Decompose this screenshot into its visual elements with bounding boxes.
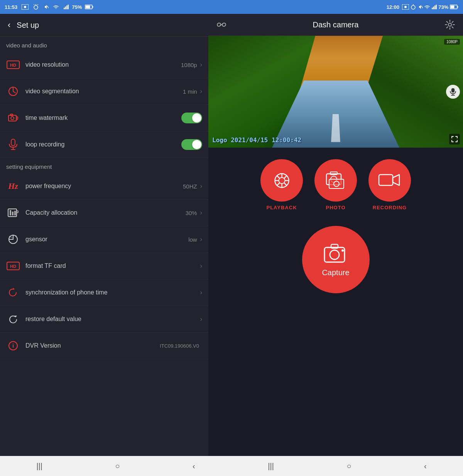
action-buttons: PLAYBACK PHOTO — [208, 148, 463, 218]
bottom-nav-left: ||| ○ ‹ — [0, 456, 231, 476]
recording-button[interactable]: RECORDING — [368, 159, 411, 210]
hz-icon: Hz — [6, 179, 20, 193]
back-button[interactable]: ‹ — [8, 20, 10, 30]
fullscreen-button[interactable] — [449, 134, 460, 145]
svg-rect-7 — [64, 8, 65, 9]
camera-preview: 1080P Logo 2021/04/15 12:00:42 — [208, 36, 463, 148]
chevron-icon: › — [200, 236, 202, 243]
svg-rect-19 — [432, 8, 433, 9]
loop-recording-label: loop recording — [25, 141, 181, 148]
svg-line-64 — [277, 183, 280, 185]
setting-sync-time[interactable]: synchronization of phone time › — [0, 279, 208, 306]
chevron-icon: › — [200, 289, 202, 296]
svg-point-1 — [24, 6, 26, 8]
svg-rect-8 — [65, 7, 66, 9]
format-tf-label: format TF card — [25, 262, 200, 269]
format-tf-icon: HD — [6, 259, 20, 273]
gsensor-label: gsensor — [25, 236, 188, 243]
svg-rect-70 — [379, 175, 393, 185]
link-icon[interactable] — [216, 19, 227, 30]
setting-video-segmentation[interactable]: video segmentation 1 min › — [0, 78, 208, 105]
nav-back-right[interactable]: ‹ — [416, 459, 434, 474]
svg-point-15 — [404, 6, 407, 8]
playback-button[interactable]: PLAYBACK — [260, 159, 303, 210]
capacity-icon — [6, 206, 20, 220]
setting-video-resolution[interactable]: HD video resolution 1080p › — [0, 52, 208, 78]
svg-line-6 — [47, 6, 49, 8]
main-content: ‹ Set up video and audio HD video resolu… — [0, 14, 463, 456]
setup-title: Set up — [17, 21, 39, 30]
setting-gsensor[interactable]: gsensor low › — [0, 226, 208, 253]
camera-waves-icon — [6, 111, 20, 125]
mic-button[interactable] — [446, 85, 460, 99]
gsensor-value: low — [188, 236, 197, 243]
svg-rect-50 — [221, 22, 226, 27]
settings-icon[interactable] — [444, 19, 455, 30]
time-watermark-label: time watermark — [25, 114, 181, 121]
chevron-icon: › — [200, 209, 202, 216]
timestamp-overlay: Logo 2021/04/15 12:00:42 — [212, 136, 301, 144]
svg-point-32 — [11, 117, 14, 120]
svg-rect-9 — [66, 5, 68, 9]
setting-format-tf[interactable]: HD format TF card › — [0, 253, 208, 279]
photo-circle — [314, 159, 357, 202]
recording-circle — [368, 159, 411, 202]
nav-back-left[interactable]: ‹ — [185, 459, 203, 474]
right-header: Dash camera — [208, 14, 463, 36]
photo-label: PHOTO — [326, 205, 346, 210]
status-bar-right: Dash camera 12:00 73% — [231, 0, 463, 14]
svg-rect-41 — [17, 211, 18, 213]
resolution-badge: 1080P — [444, 39, 460, 45]
power-frequency-label: power frequency — [25, 183, 183, 190]
recording-label: RECORDING — [373, 205, 407, 210]
capture-section: Capture — [208, 218, 463, 301]
svg-line-5 — [37, 4, 38, 5]
road-scene: 1080P Logo 2021/04/15 12:00:42 — [208, 36, 463, 148]
dvr-version-value: ITC09.190606.V0 — [160, 343, 199, 349]
playback-circle — [260, 159, 303, 202]
svg-rect-21 — [434, 5, 436, 9]
svg-rect-39 — [12, 212, 14, 215]
loop-recording-toggle[interactable] — [181, 139, 202, 150]
photo-button[interactable]: PHOTO — [314, 159, 357, 210]
svg-rect-22 — [436, 5, 437, 9]
nav-menu-left[interactable]: ||| — [29, 459, 50, 474]
svg-text:i: i — [12, 343, 14, 349]
svg-line-30 — [13, 91, 15, 93]
restore-default-label: restore default value — [25, 316, 200, 323]
svg-rect-24 — [458, 6, 458, 8]
video-segmentation-value: 1 min — [183, 88, 197, 95]
video-segmentation-label: video segmentation — [25, 88, 183, 95]
time-watermark-toggle[interactable] — [181, 113, 202, 123]
chevron-icon: › — [200, 61, 202, 68]
svg-point-16 — [411, 5, 415, 9]
dvr-version-label: DVR Version — [25, 342, 160, 349]
svg-rect-31 — [8, 115, 16, 121]
sync-icon — [6, 286, 20, 299]
setting-loop-recording[interactable]: loop recording — [0, 131, 208, 158]
svg-text:HD: HD — [10, 264, 16, 269]
setting-capacity-allocation[interactable]: Capacity allocation 30% › — [0, 200, 208, 226]
sync-time-label: synchronization of phone time — [25, 289, 200, 296]
restore-icon — [6, 312, 20, 326]
chevron-icon: › — [200, 183, 202, 190]
svg-point-2 — [34, 5, 38, 9]
svg-rect-13 — [86, 6, 90, 8]
svg-line-63 — [284, 176, 287, 178]
svg-rect-38 — [10, 210, 11, 215]
svg-text:HD: HD — [10, 63, 16, 67]
nav-home-left[interactable]: ○ — [107, 459, 127, 474]
svg-rect-34 — [11, 139, 15, 146]
setting-power-frequency[interactable]: Hz power frequency 50HZ › — [0, 173, 208, 200]
svg-point-72 — [330, 250, 339, 259]
chevron-icon: › — [200, 316, 202, 323]
nav-menu-right[interactable]: ||| — [260, 459, 282, 474]
setting-time-watermark[interactable]: time watermark — [0, 105, 208, 131]
dash-camera-title: Dash camera — [313, 20, 359, 29]
svg-line-62 — [284, 183, 287, 185]
left-status-icons: 75% — [17, 4, 93, 10]
setting-restore-default[interactable]: restore default value › — [0, 306, 208, 333]
capture-button[interactable]: Capture — [302, 226, 370, 293]
nav-home-right[interactable]: ○ — [339, 459, 359, 474]
chevron-icon: › — [200, 262, 202, 269]
